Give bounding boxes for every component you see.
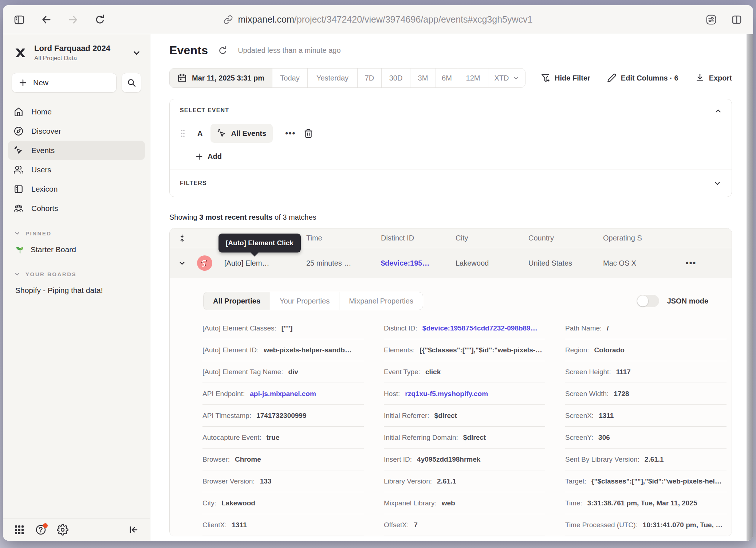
property-row[interactable]: Screen Width:1728 <box>565 383 727 405</box>
cell-distinct-id[interactable]: $device:195… <box>381 259 456 267</box>
settings-gear-icon[interactable] <box>57 524 68 536</box>
property-row[interactable]: Browser:Chrome <box>202 449 364 470</box>
range-6m[interactable]: 6M <box>436 68 458 87</box>
property-row[interactable]: [Auto] Element ID:web-pixels-helper-sand… <box>202 339 364 361</box>
range-7d[interactable]: 7D <box>358 68 382 87</box>
range-yesterday[interactable]: Yesterday <box>308 68 358 87</box>
sidebar-toggle-icon[interactable] <box>13 13 25 26</box>
property-row[interactable]: Browser Version:133 <box>202 470 364 492</box>
apps-grid-icon[interactable] <box>14 524 25 535</box>
pinned-board-item[interactable]: Starter Board <box>3 240 150 259</box>
property-label: API Endpoint: <box>202 390 245 398</box>
sidebar-item-lexicon[interactable]: Lexicon <box>8 179 145 199</box>
range-today[interactable]: Today <box>272 68 308 87</box>
forward-button[interactable] <box>67 13 79 26</box>
property-label: City: <box>202 499 216 507</box>
property-value-link[interactable]: $device:1958754cdd7232-098b89… <box>422 324 538 332</box>
cell-event-name[interactable]: [Auto] Elem… <box>224 259 306 267</box>
collapse-rows-icon[interactable] <box>178 234 186 243</box>
property-row[interactable]: Region:Colorado <box>565 339 727 361</box>
property-column-2: Distinct ID:$device:1958754cdd7232-098b8… <box>384 317 545 536</box>
range-30d[interactable]: 30D <box>382 68 410 87</box>
tab-all-properties[interactable]: All Properties <box>204 292 270 310</box>
sidebar-item-cohorts[interactable]: Cohorts <box>8 199 145 218</box>
export-button[interactable]: Export <box>695 73 732 83</box>
pinned-section-header[interactable]: PINNED <box>3 226 150 240</box>
property-row[interactable]: API Timestamp:1741732300999 <box>202 405 364 427</box>
refresh-icon[interactable] <box>217 45 228 56</box>
property-row[interactable]: Mixpanel Library:web <box>384 492 545 514</box>
property-value-link[interactable]: rzq1xu-f5.myshopify.com <box>405 390 488 398</box>
help-icon[interactable] <box>35 524 47 536</box>
sidebar-item-discover[interactable]: Discover <box>8 121 145 141</box>
property-row[interactable]: Path Name:/ <box>565 317 727 339</box>
back-button[interactable] <box>40 13 52 26</box>
property-row[interactable]: OffsetX:7 <box>384 514 545 536</box>
browser-settings-icon[interactable] <box>705 13 717 26</box>
collapse-section-icon[interactable] <box>714 107 722 115</box>
split-view-icon[interactable] <box>731 13 743 26</box>
autocapture-cursor-icon <box>217 129 227 138</box>
column-header-country[interactable]: Country <box>528 234 603 242</box>
range-3m[interactable]: 3M <box>410 68 436 87</box>
property-row[interactable]: Screen Height:1117 <box>565 361 727 383</box>
row-more-icon[interactable]: ••• <box>686 258 696 268</box>
property-row[interactable]: [Auto] Element Classes:[""] <box>202 317 364 339</box>
property-row[interactable]: City:Lakewood <box>202 492 364 514</box>
property-value: 133 <box>260 477 272 485</box>
filters-section-header[interactable]: FILTERS <box>170 169 732 197</box>
property-value-link[interactable]: api-js.mixpanel.com <box>250 390 316 398</box>
range-xtd-dropdown[interactable]: XTD <box>488 68 525 87</box>
collapse-sidebar-icon[interactable] <box>127 524 139 536</box>
property-row[interactable]: ClientX:1311 <box>202 514 364 536</box>
search-button[interactable] <box>122 73 141 93</box>
property-value: 2.61.1 <box>437 477 456 485</box>
page-scrollbar[interactable] <box>747 34 753 541</box>
event-selector-button[interactable]: All Events <box>210 124 273 143</box>
property-row[interactable]: Time Processed (UTC):10:31:41.070 pm, Tu… <box>565 514 727 536</box>
tab-mixpanel-properties[interactable]: Mixpanel Properties <box>339 292 423 310</box>
property-row[interactable]: API Endpoint:api-js.mixpanel.com <box>202 383 364 405</box>
property-row[interactable]: ScreenX:1311 <box>565 405 727 427</box>
project-switcher[interactable]: Lord Farquaad 2024 All Project Data <box>3 44 150 62</box>
reload-button[interactable] <box>94 13 106 26</box>
sidebar-item-users[interactable]: Users <box>8 160 145 179</box>
event-more-icon[interactable]: ••• <box>285 129 296 138</box>
add-event-button[interactable]: Add <box>195 152 721 161</box>
column-header-operating-s[interactable]: Operating S <box>603 234 678 242</box>
hide-filter-button[interactable]: Hide Filter <box>541 73 590 83</box>
sidebar-item-home[interactable]: Home <box>8 102 145 121</box>
your-boards-section-header[interactable]: YOUR BOARDS <box>3 267 150 281</box>
property-row[interactable]: Sent By Library Version:2.61.1 <box>565 449 727 470</box>
address-bar[interactable]: mixpanel.com/project/3472420/view/397469… <box>224 5 533 34</box>
row-expander-icon[interactable] <box>178 259 186 267</box>
property-row[interactable]: Target:{"$classes":[""],"$id":"web-pixel… <box>565 470 727 492</box>
property-row[interactable]: Elements:[{"$classes":[""],"$id":"web-pi… <box>384 339 545 361</box>
property-row[interactable]: Distinct ID:$device:1958754cdd7232-098b8… <box>384 317 545 339</box>
tab-your-properties[interactable]: Your Properties <box>270 292 339 310</box>
property-row[interactable]: ScreenY:306 <box>565 427 727 449</box>
board-item[interactable]: Shopify - Piping that data! <box>3 281 150 300</box>
column-header-time[interactable]: Time <box>306 234 381 242</box>
property-label: Event Type: <box>384 368 420 376</box>
property-row[interactable]: Initial Referring Domain:$direct <box>384 427 545 449</box>
property-row[interactable]: Library Version:2.61.1 <box>384 470 545 492</box>
date-picker-button[interactable]: Mar 11, 2025 3:31 pm <box>170 68 272 87</box>
link-icon <box>224 15 233 24</box>
property-row[interactable]: Event Type:click <box>384 361 545 383</box>
sidebar-item-events[interactable]: Events <box>8 141 145 160</box>
property-row[interactable]: [Auto] Element Tag Name:div <box>202 361 364 383</box>
column-header-distinct-id[interactable]: Distinct ID <box>381 234 456 242</box>
property-row[interactable]: Insert ID:4y095zdd198hrmek <box>384 449 545 470</box>
edit-columns-button[interactable]: Edit Columns · 6 <box>607 73 678 83</box>
new-button[interactable]: New <box>12 73 117 93</box>
delete-event-icon[interactable] <box>304 129 313 138</box>
column-header-city[interactable]: City <box>456 234 528 242</box>
property-row[interactable]: Autocapture Event:true <box>202 427 364 449</box>
property-row[interactable]: Time:3:31:38.761 pm, Tue, Mar 11, 2025 <box>565 492 727 514</box>
range-12m[interactable]: 12M <box>458 68 488 87</box>
drag-handle-icon[interactable] <box>180 129 186 138</box>
json-mode-toggle[interactable] <box>637 295 659 307</box>
property-row[interactable]: Initial Referrer:$direct <box>384 405 545 427</box>
property-row[interactable]: Host:rzq1xu-f5.myshopify.com <box>384 383 545 405</box>
